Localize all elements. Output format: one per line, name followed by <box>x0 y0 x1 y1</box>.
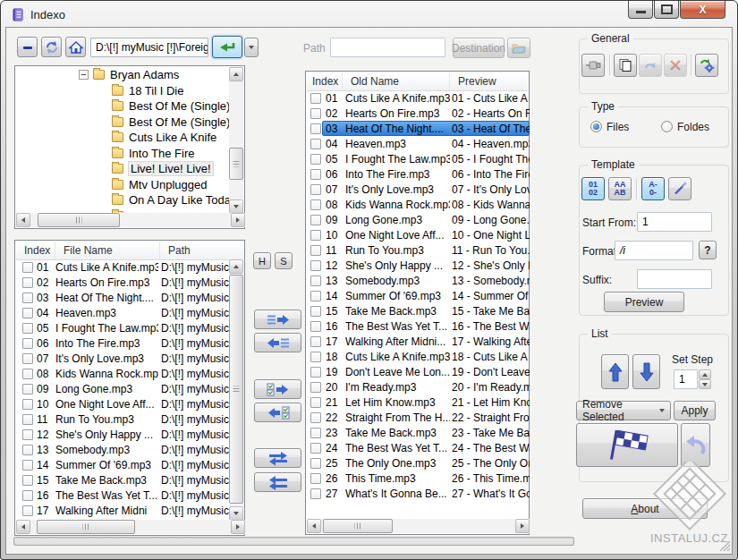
suffix-input[interactable] <box>637 269 712 289</box>
h-button[interactable]: H <box>253 252 271 269</box>
column-header-index[interactable]: Index <box>16 242 55 259</box>
resize-grip[interactable] <box>719 540 731 552</box>
scroll-up-button[interactable] <box>229 67 243 81</box>
tree-item[interactable]: Into The Fire <box>16 146 230 162</box>
titlebar[interactable]: Indexo X <box>1 1 737 28</box>
destination-button[interactable]: Destination <box>453 38 505 58</box>
preview-button[interactable]: Preview <box>604 292 684 312</box>
table-row[interactable]: 15Take Me Back.mp3D:\[!] myMusic <box>16 472 230 488</box>
row-checkbox[interactable] <box>22 338 33 349</box>
undo-button[interactable] <box>681 423 710 467</box>
row-checkbox[interactable] <box>310 260 321 271</box>
prefix-mode-button[interactable]: A-0- <box>641 177 665 200</box>
folders-radio[interactable] <box>661 121 673 132</box>
table-row[interactable]: 17Walking After MidniD:\[!] myMusic <box>16 503 230 518</box>
scroll-right-button[interactable] <box>231 520 245 534</box>
scroll-thumb[interactable] <box>38 213 120 227</box>
source-path-input[interactable]: D:\[!] myMusic [!]\Foreig <box>90 38 208 57</box>
column-header-path[interactable]: Path <box>160 242 243 259</box>
table-row[interactable]: 05I Fought The Law.mp3D:\[!] myMusic <box>16 320 230 335</box>
scroll-down-button[interactable] <box>229 506 243 521</box>
row-checkbox[interactable] <box>22 353 33 364</box>
table-row[interactable]: 08Kids Wanna Rock.mp308 - Kids Wanna R <box>307 197 530 212</box>
copy-button[interactable] <box>614 54 637 77</box>
file-list-header[interactable]: Index File Name Path <box>16 242 243 260</box>
destination-path-input[interactable] <box>330 38 445 57</box>
tree-item[interactable]: 18 Til I Die <box>16 83 230 99</box>
alpha-template-button[interactable]: AAAB <box>608 177 632 200</box>
row-checkbox[interactable] <box>310 154 321 165</box>
row-checkbox[interactable] <box>22 369 33 379</box>
row-checkbox[interactable] <box>310 443 321 454</box>
table-row[interactable]: 23Take Me Back.mp323 - Take Me Back <box>307 425 530 440</box>
swap-back-button[interactable] <box>254 472 301 492</box>
table-row[interactable]: 02Hearts On Fire.mp3D:\[!] myMusic <box>16 275 230 290</box>
format-help-button[interactable]: ? <box>699 241 717 259</box>
column-header-filename[interactable]: File Name <box>55 242 160 259</box>
table-row[interactable]: 05I Fought The Law.mp305 - I Fought The <box>307 151 530 166</box>
step-up-button[interactable] <box>699 369 711 379</box>
move-item-down-button[interactable] <box>632 354 660 389</box>
move-checked-right-button[interactable] <box>254 379 301 399</box>
rename-list-header[interactable]: Index Old Name Preview <box>307 72 528 91</box>
tree-horizontal-scrollbar[interactable] <box>16 213 245 227</box>
row-checkbox[interactable] <box>22 262 33 273</box>
start-from-input[interactable]: 1 <box>637 212 712 232</box>
row-checkbox[interactable] <box>310 139 321 149</box>
table-row[interactable]: 26This Time.mp326 - This Time.mp <box>307 471 530 486</box>
tree-item[interactable]: Cuts Like A Knife <box>16 130 230 146</box>
table-row[interactable]: 11Run To You.mp311 - Run To You.n <box>307 242 530 258</box>
execute-rename-button[interactable] <box>576 423 678 467</box>
path-history-dropdown-button[interactable] <box>244 38 259 57</box>
scroll-thumb[interactable] <box>229 148 243 180</box>
table-row[interactable]: 09Long Gone.mp3D:\[!] myMusic <box>16 381 230 396</box>
table-row[interactable]: 04Heaven.mp304 - Heaven.mp3 <box>307 136 530 151</box>
table-row[interactable]: 12She's Only Happy ...12 - She's Only Ha <box>307 258 530 273</box>
row-checkbox[interactable] <box>22 308 33 318</box>
row-checkbox[interactable] <box>22 384 33 395</box>
numeric-template-button[interactable]: 0102 <box>581 177 605 200</box>
home-button[interactable] <box>65 37 86 57</box>
table-row[interactable]: 20I'm Ready.mp320 - I'm Ready.mp <box>307 379 530 395</box>
row-checkbox[interactable] <box>22 277 33 288</box>
table-row[interactable]: 04Heaven.mp3D:\[!] myMusic <box>16 305 230 320</box>
row-checkbox[interactable] <box>310 412 321 423</box>
collapse-tree-button[interactable] <box>17 37 38 57</box>
row-checkbox[interactable] <box>310 306 321 317</box>
table-row[interactable]: 01Cuts Like A Knife.mp3D:\[!] myMusic <box>16 259 230 275</box>
apply-button[interactable]: Apply <box>674 401 716 420</box>
table-row[interactable]: 15Take Me Back.mp315 - Take Me Back <box>307 303 530 318</box>
row-checkbox[interactable] <box>22 460 33 471</box>
row-checkbox[interactable] <box>310 336 321 347</box>
row-checkbox[interactable] <box>22 475 33 486</box>
go-button[interactable] <box>212 36 242 58</box>
row-checkbox[interactable] <box>310 276 321 286</box>
collapse-toggler-icon[interactable] <box>79 70 89 80</box>
table-row[interactable]: 22Straight From The H...22 - Straight Fr… <box>307 410 530 425</box>
row-checkbox[interactable] <box>310 123 321 134</box>
table-row[interactable]: 27What's It Gonna Be...27 - What's It Go… <box>307 486 530 501</box>
table-row[interactable]: 06Into The Fire.mp3D:\[!] myMusic <box>16 335 230 351</box>
format-input[interactable]: /i <box>615 241 693 260</box>
table-row[interactable]: 07It's Only Love.mp3D:\[!] myMusic <box>16 351 230 366</box>
table-row[interactable]: 14Summer Of '69.mp3D:\[!] myMusic <box>16 457 230 472</box>
row-checkbox[interactable] <box>22 414 33 425</box>
row-checkbox[interactable] <box>310 184 321 195</box>
table-row[interactable]: 01Cuts Like A Knife.mp301 - Cuts Like A … <box>307 90 530 106</box>
row-checkbox[interactable] <box>310 230 321 241</box>
scroll-thumb[interactable] <box>37 520 135 534</box>
table-row[interactable]: 10One Night Love Aff...10 - One Night Lo <box>307 227 530 242</box>
table-row[interactable]: 13Somebody.mp3D:\[!] myMusic <box>16 442 230 457</box>
row-checkbox[interactable] <box>310 488 321 499</box>
row-checkbox[interactable] <box>22 445 33 455</box>
table-row[interactable]: 03Heat Of The Night....D:\[!] myMusic <box>16 290 230 305</box>
table-row[interactable]: 13Somebody.mp313 - Somebody.m <box>307 273 530 288</box>
set-step-input[interactable]: 1 <box>674 369 698 389</box>
row-checkbox[interactable] <box>22 323 33 334</box>
row-checkbox[interactable] <box>310 199 321 210</box>
table-row[interactable]: 09Long Gone.mp309 - Long Gone.m <box>307 212 530 227</box>
auto-settings-button[interactable] <box>695 54 718 77</box>
custom-format-button[interactable] <box>668 177 691 200</box>
scroll-right-button[interactable] <box>231 213 245 227</box>
table-row[interactable]: 06Into The Fire.mp306 - Into The Fire <box>307 166 530 182</box>
